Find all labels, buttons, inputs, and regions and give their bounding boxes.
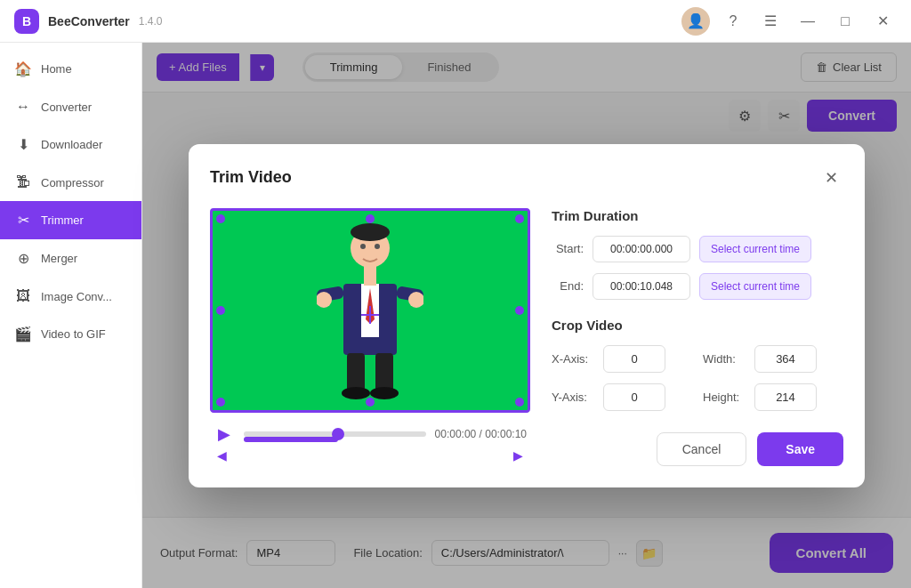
video-controls: ▶ 00:00:00 / 00:00:10: [210, 423, 530, 445]
trim-end-row: End: Select current time: [552, 273, 843, 300]
maximize-button[interactable]: □: [831, 7, 859, 36]
crop-section: Crop Video X-Axis: Width:: [552, 318, 843, 411]
modal-footer: Cancel Save: [552, 432, 843, 466]
progress-bar[interactable]: [244, 431, 426, 437]
trim-video-modal: Trim Video ✕: [189, 144, 865, 487]
modal-close-button[interactable]: ✕: [818, 165, 843, 190]
svg-point-12: [342, 387, 370, 399]
crop-handle-bottom-right[interactable]: [515, 398, 524, 407]
app-logo: B: [14, 9, 39, 34]
height-label: Height:: [703, 391, 747, 404]
sidebar-item-image-conv[interactable]: 🖼 Image Conv...: [0, 278, 141, 315]
y-axis-input[interactable]: [603, 383, 665, 411]
crop-handle-mid-left[interactable]: [216, 306, 225, 315]
sidebar-label-downloader: Downloader: [41, 138, 102, 151]
play-button[interactable]: ▶: [214, 423, 235, 445]
downloader-icon: ⬇: [14, 136, 32, 153]
trim-handle-right[interactable]: ▶: [513, 448, 523, 463]
merger-icon: ⊕: [14, 250, 32, 267]
x-axis-input[interactable]: [603, 345, 665, 373]
sidebar-label-video-gif: Video to GIF: [41, 327, 106, 341]
content-area: + Add Files ▾ Trimming Finished 🗑 Clear …: [142, 43, 911, 588]
x-axis-field: X-Axis:: [552, 345, 692, 373]
crop-handle-bottom-left[interactable]: [216, 398, 225, 407]
y-axis-label: Y-Axis:: [552, 391, 596, 404]
crop-handle-mid-right[interactable]: [515, 306, 524, 315]
minimize-button[interactable]: —: [794, 7, 822, 36]
crop-handle-mid-top[interactable]: [366, 214, 375, 223]
video-preview: ▶ 00:00:00 / 00:00:10 ◀ ▶: [210, 208, 530, 466]
width-field: Width:: [703, 345, 843, 373]
menu-button[interactable]: ☰: [756, 7, 785, 36]
end-time-input[interactable]: [593, 273, 690, 300]
progress-thumb[interactable]: [332, 428, 344, 440]
sidebar-item-merger[interactable]: ⊕ Merger: [0, 239, 141, 278]
cancel-button[interactable]: Cancel: [657, 432, 747, 466]
sidebar-label-compressor: Compressor: [41, 176, 104, 189]
crop-grid: X-Axis: Width: Y-Axis:: [552, 345, 843, 411]
modal-overlay: Trim Video ✕: [142, 43, 911, 588]
sidebar-item-converter[interactable]: ↔ Converter: [0, 88, 141, 125]
select-current-time-end-button[interactable]: Select current time: [699, 273, 811, 300]
close-button[interactable]: ✕: [868, 7, 897, 36]
crop-handle-top-right[interactable]: [515, 214, 524, 223]
sidebar-label-home: Home: [41, 62, 72, 76]
crop-video-title: Crop Video: [552, 318, 843, 333]
width-input[interactable]: [754, 345, 817, 373]
modal-body: ▶ 00:00:00 / 00:00:10 ◀ ▶: [210, 208, 843, 466]
sidebar-item-home[interactable]: 🏠 Home: [0, 50, 141, 88]
video-frame: [210, 208, 530, 413]
svg-point-14: [360, 244, 366, 249]
trimmer-icon: ✂: [14, 212, 32, 229]
height-field: Height:: [703, 383, 843, 411]
character-svg: [317, 222, 423, 399]
trim-handle-left[interactable]: ◀: [217, 448, 227, 463]
svg-rect-5: [364, 266, 376, 286]
sidebar-item-video-gif[interactable]: 🎬 Video to GIF: [0, 315, 141, 353]
sidebar-label-merger: Merger: [41, 252, 77, 265]
svg-point-1: [351, 223, 390, 241]
sidebar-item-trimmer[interactable]: ✂ Trimmer: [0, 201, 141, 239]
sidebar-label-image-conv: Image Conv...: [41, 290, 112, 303]
svg-point-15: [375, 244, 380, 249]
video-gif-icon: 🎬: [14, 326, 32, 342]
app-title: BeeConverter: [48, 14, 130, 28]
crop-handle-top-left[interactable]: [216, 214, 225, 223]
home-icon: 🏠: [14, 60, 32, 77]
crop-handle-mid-bottom[interactable]: [366, 398, 375, 407]
sidebar-item-compressor[interactable]: 🗜 Compressor: [0, 164, 141, 201]
sidebar: 🏠 Home ↔ Converter ⬇ Downloader 🗜 Compre…: [0, 43, 142, 588]
time-display: 00:00:00 / 00:00:10: [435, 428, 527, 440]
sidebar-item-downloader[interactable]: ⬇ Downloader: [0, 125, 141, 164]
trim-start-row: Start: Select current time: [552, 236, 843, 262]
select-current-time-start-button[interactable]: Select current time: [699, 236, 811, 262]
trim-handles: ◀ ▶: [210, 448, 530, 463]
modal-header: Trim Video ✕: [210, 165, 843, 190]
svg-point-13: [370, 387, 399, 399]
image-conv-icon: 🖼: [14, 288, 32, 304]
trim-panel: Trim Duration Start: Select current time…: [552, 208, 843, 466]
width-label: Width:: [703, 352, 747, 366]
compressor-icon: 🗜: [14, 174, 32, 190]
converter-icon: ↔: [14, 99, 32, 115]
sidebar-label-converter: Converter: [41, 101, 92, 114]
end-label: End:: [552, 279, 584, 293]
help-button[interactable]: ?: [719, 7, 747, 36]
save-button[interactable]: Save: [757, 432, 843, 466]
app-version: 1.4.0: [139, 15, 163, 28]
sidebar-label-trimmer: Trimmer: [41, 213, 84, 227]
height-input[interactable]: [754, 383, 817, 411]
title-bar: B BeeConverter 1.4.0 👤 ? ☰ — □ ✕: [0, 0, 911, 43]
y-axis-field: Y-Axis:: [552, 383, 692, 411]
trim-duration-title: Trim Duration: [552, 208, 843, 223]
modal-title: Trim Video: [210, 168, 292, 187]
start-time-input[interactable]: [593, 236, 690, 262]
start-label: Start:: [552, 242, 584, 255]
progress-fill: [244, 437, 338, 442]
x-axis-label: X-Axis:: [552, 352, 596, 366]
user-avatar[interactable]: 👤: [681, 7, 710, 36]
